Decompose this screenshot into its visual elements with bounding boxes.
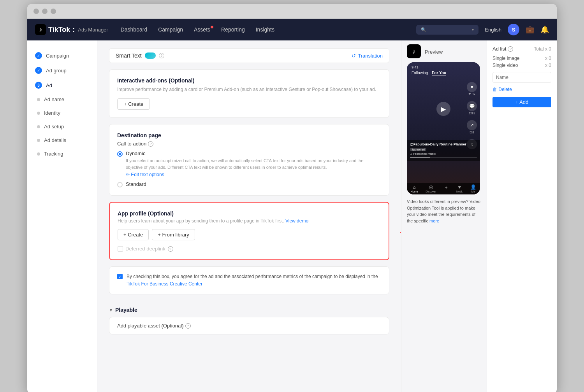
like-count: 71.1k (468, 93, 475, 96)
phone-top-bar: 9:41 (407, 62, 480, 71)
adgroup-check-icon: ✓ (35, 67, 42, 74)
sidebar-adsetup-label: Ad setup (44, 124, 64, 130)
like-icon: ♥ (467, 82, 477, 92)
sidebar-item-ad[interactable]: 3 Ad (27, 78, 97, 93)
single-image-count: x 0 (545, 56, 551, 61)
discover-nav-label: Discover (426, 190, 436, 193)
sidebar-item-adgroup[interactable]: ✓ Ad group (27, 63, 97, 78)
app-profile-create-button[interactable]: + Create (118, 229, 149, 240)
phone-nav-home[interactable]: ⌂ Home (411, 184, 418, 193)
more-link[interactable]: more (429, 219, 439, 223)
language-label[interactable]: English (485, 27, 501, 33)
edit-text-link[interactable]: ✏ Edit text options (126, 172, 381, 177)
search-bar[interactable]: 🔍 ▾ (416, 25, 478, 35)
deferred-info-icon[interactable]: ? (168, 246, 173, 252)
tracking-dot-icon (37, 152, 40, 156)
dynamic-desc: If you select an auto-optimized call to … (126, 158, 381, 170)
nav-assets[interactable]: Assets (194, 26, 210, 33)
phone-nav: ⌂ Home ◎ Discover ＋ ♥ Notif. (407, 183, 480, 194)
content-inner: Smart Text ? ↺ Translation Interactive a… (101, 40, 397, 342)
for-you-tab[interactable]: For You (432, 71, 446, 75)
assets-badge (211, 26, 213, 28)
sidebar-item-addetails[interactable]: Ad details (27, 133, 97, 147)
smart-text-info-icon[interactable]: ? (159, 53, 164, 58)
nav-insights[interactable]: Insights (256, 26, 274, 33)
deferred-checkbox[interactable] (118, 246, 123, 252)
browser-chrome (27, 4, 557, 19)
cta-radio-group: Dynamic If you select an auto-optimized … (117, 150, 381, 187)
smart-text-left: Smart Text ? (116, 52, 164, 59)
phone-nav-plus[interactable]: ＋ (444, 184, 449, 193)
notification-icon[interactable]: 🔔 (540, 25, 549, 34)
plus-nav-icon: ＋ (444, 184, 449, 191)
comment-count: 1281 (469, 112, 475, 115)
progress-bar (410, 157, 477, 158)
phone-background: 9:41 Following For You ▶ ♥ 71.1k (407, 62, 480, 194)
following-tab[interactable]: Following (412, 71, 428, 75)
ad-list-total: Total x 0 (534, 46, 551, 52)
translation-button[interactable]: ↺ Translation (352, 53, 383, 59)
consent-text: By checking this box, you agree for the … (127, 273, 378, 288)
destination-page-title: Destination page (117, 132, 381, 138)
notifications-nav-label: Notif. (456, 190, 463, 193)
app-profile-library-button[interactable]: + From library (152, 229, 195, 240)
standard-radio-button[interactable] (117, 182, 123, 187)
phone-nav-notifications[interactable]: ♥ Notif. (456, 184, 463, 193)
nav-dashboard[interactable]: Dashboard (121, 26, 148, 33)
campaign-check-icon: ✓ (35, 52, 42, 59)
comment-icon-item: 💬 1281 (467, 101, 477, 115)
sidebar-addetails-label: Ad details (44, 137, 66, 143)
sidebar-adgroup-label: Ad group (46, 68, 67, 74)
username-tag: @Fabulous-Daily Routine Planner (410, 142, 477, 146)
dynamic-radio-button[interactable] (117, 151, 123, 157)
phone-nav-me[interactable]: 👤 Me (470, 184, 476, 193)
sidebar-item-campaign[interactable]: ✓ Campaign (27, 48, 97, 63)
smart-text-toggle[interactable] (145, 52, 156, 59)
sidebar-campaign-label: Campaign (46, 53, 69, 59)
ad-list-info-icon[interactable]: ? (508, 46, 513, 52)
app-profile-btn-group: + Create + From library (118, 229, 381, 240)
ad-list-single-image: Single image x 0 (493, 56, 551, 61)
interactive-addons-section: Interactive add-ons (Optional) Improve p… (109, 69, 389, 118)
phone-nav-discover[interactable]: ◎ Discover (426, 184, 436, 193)
sidebar-item-adsetup[interactable]: Ad setup (27, 120, 97, 133)
deferred-row: Deferred deeplink ? (118, 246, 381, 252)
playable-asset-label: Add playable asset (Optional) ? (117, 323, 381, 329)
delete-button[interactable]: 🗑 Delete (493, 87, 551, 92)
navbar: ♪ TikTok: Ads Manager Dashboard Campaign… (27, 19, 557, 40)
notifications-nav-icon: ♥ (458, 184, 461, 190)
play-icon: ▶ (436, 102, 450, 116)
creative-center-link[interactable]: TikTok For Business Creative Center (127, 281, 202, 287)
standard-label: Standard (126, 181, 146, 187)
app-profile-desc: Help users learn about your app by sendi… (118, 218, 381, 224)
tiktok-logo: ♪ (35, 24, 46, 35)
ad-name-input[interactable] (493, 72, 551, 83)
view-demo-link[interactable]: View demo (285, 218, 308, 224)
sidebar-item-identity[interactable]: Identity (27, 106, 97, 120)
add-button[interactable]: + Add (493, 97, 551, 107)
brand-sub: Ads Manager (78, 27, 108, 33)
cta-info-icon[interactable]: ? (148, 141, 153, 147)
home-nav-label: Home (411, 190, 418, 193)
browser-dot-2 (42, 9, 47, 14)
content-area: Smart Text ? ↺ Translation Interactive a… (97, 40, 401, 392)
share-icon-item: ↗ 532 (467, 120, 477, 134)
sidebar-item-adname[interactable]: Ad name (27, 93, 97, 106)
video-notice: Video looks different in preview? Video … (407, 198, 481, 224)
briefcase-icon[interactable]: 💼 (526, 25, 534, 34)
ad-list-header: Ad list ? Total x 0 (493, 46, 551, 52)
playable-asset-info-icon[interactable]: ? (185, 323, 191, 329)
user-avatar[interactable]: S (508, 24, 519, 35)
interactive-create-button[interactable]: + Create (117, 98, 150, 110)
ad-list-panel: Ad list ? Total x 0 Single image x 0 Sin… (487, 40, 557, 392)
share-count: 532 (470, 131, 474, 134)
sidebar-item-tracking[interactable]: Tracking (27, 147, 97, 161)
nav-reporting[interactable]: Reporting (221, 26, 245, 33)
single-video-label: Single video (493, 63, 518, 68)
playable-chevron-icon: ▼ (109, 308, 113, 312)
app-profile-section: App profile (Optional) Help users learn … (109, 202, 389, 260)
consent-checkbox[interactable]: ✓ (117, 274, 123, 279)
interactive-addons-title: Interactive add-ons (Optional) (117, 77, 381, 84)
nav-campaign[interactable]: Campaign (158, 26, 183, 33)
interactive-addons-desc: Improve performance by adding a card or … (117, 86, 381, 93)
